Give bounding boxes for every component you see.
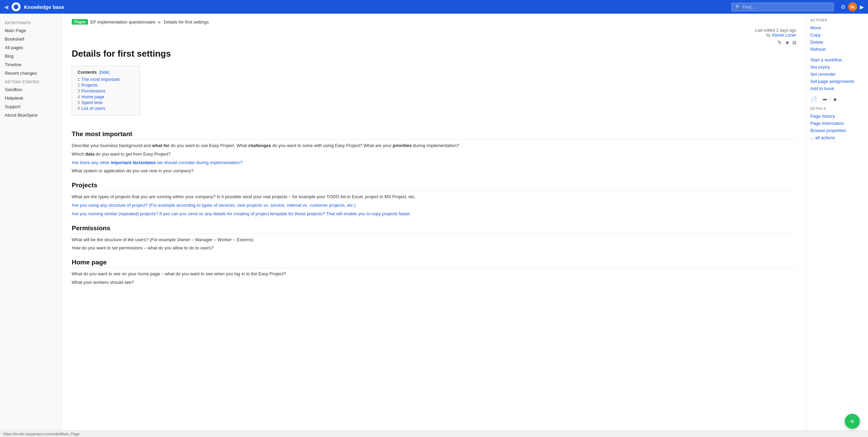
last-edited-label: Last edited 2 days ago: [755, 28, 796, 33]
contents-hide[interactable]: [hide]: [99, 70, 109, 75]
app-title: Knowledge base: [24, 4, 728, 10]
dropdown-icon[interactable]: ▼: [785, 40, 790, 46]
detail-page-information[interactable]: Page information: [810, 120, 865, 127]
list-item: 3Permissions: [78, 88, 134, 93]
nav-arrows: ◀: [4, 4, 8, 10]
sidebar-item-support[interactable]: Support: [0, 102, 61, 111]
list-item: 1The most important: [78, 77, 134, 82]
statusbar: https://es-kb.easyproject.com/wiki/Main_…: [0, 430, 868, 437]
action-set-reminder[interactable]: Set reminder: [810, 71, 865, 78]
content-para: What system or application do you use no…: [72, 167, 796, 175]
list-item: 5Spent time: [78, 100, 134, 105]
edit-icon[interactable]: ✎: [778, 40, 782, 46]
main-content: Pages EP implementation questionnaire ► …: [61, 14, 807, 437]
sidebar-item-sandbox[interactable]: Sandbox: [0, 85, 61, 94]
layout: ENTRYPOINTS Main Page Bookshelf All page…: [0, 14, 868, 437]
page-title: Details for first settings: [72, 48, 796, 59]
breadcrumb: Pages EP implementation questionnaire ► …: [72, 19, 796, 25]
sidebar-item-main-page[interactable]: Main Page: [0, 26, 61, 35]
detail-page-history[interactable]: Page history: [810, 113, 865, 120]
content-para: Describe your business background and wh…: [72, 142, 796, 149]
detail-browse-properties[interactable]: Browse properties: [810, 127, 865, 134]
content-para: Which data do you want to get from Easy …: [72, 151, 796, 158]
star-icon[interactable]: ★: [832, 96, 837, 103]
section-title-projects: Projects: [72, 181, 796, 191]
pages-badge[interactable]: Pages: [72, 19, 88, 25]
sidebar-item-timeline[interactable]: Timeline: [0, 60, 61, 69]
sidebar-item-helpdesk[interactable]: Helpdesk: [0, 94, 61, 102]
contents-box: Contents [hide] 1The most important 2Pro…: [72, 66, 140, 115]
by-label: by: [766, 33, 771, 38]
page-actions-icons: ✎ ▼ ⧉: [755, 40, 796, 46]
section-label-entrypoints: ENTRYPOINTS: [0, 18, 61, 26]
detail-all-actions[interactable]: ... all actions: [810, 134, 865, 141]
search-input[interactable]: [743, 4, 830, 10]
details-title: DETAILS: [810, 107, 865, 111]
action-set-page-assignments[interactable]: Set page assignments: [810, 78, 865, 85]
search-bar[interactable]: 🔍: [731, 3, 834, 11]
page-header-row: Last edited 2 days ago by Slavek Lizner …: [72, 28, 796, 46]
logo[interactable]: [12, 2, 20, 11]
content-para: Are you using any structure of project? …: [72, 202, 796, 209]
content-para: What are the types of projects that you …: [72, 193, 796, 201]
status-url: https://es-kb.easyproject.com/wiki/Main_…: [3, 432, 80, 436]
action-copy[interactable]: Copy: [810, 31, 865, 39]
search-icon: 🔍: [735, 4, 741, 10]
contents-list: 1The most important 2Projects 3Permissio…: [78, 77, 134, 111]
left-sidebar: ENTRYPOINTS Main Page Bookshelf All page…: [0, 14, 61, 437]
right-sidebar: ACTIONS Move Copy Delete Refresh Start a…: [807, 14, 868, 437]
sidebar-item-about-bluespice[interactable]: About BlueSpice: [0, 111, 61, 119]
editor-name[interactable]: Slavek Lizner: [772, 33, 796, 38]
nav-forward-arrow[interactable]: ▶: [860, 4, 864, 10]
sidebar-item-bookshelf[interactable]: Bookshelf: [0, 35, 61, 43]
content-para: What will be the structure of the users?…: [72, 236, 796, 244]
list-item: 2Projects: [78, 83, 134, 88]
section-title-home-page: Home page: [72, 259, 796, 268]
action-refresh[interactable]: Refresh: [810, 46, 865, 53]
fab-button[interactable]: +: [845, 414, 860, 429]
expand-icon[interactable]: ⧉: [793, 40, 796, 46]
actions-title: ACTIONS: [810, 18, 865, 22]
right-icons-row: 📄 ➦ ★: [810, 96, 865, 103]
avatar[interactable]: SL: [848, 2, 857, 11]
action-delete[interactable]: Delete: [810, 39, 865, 46]
section-label-getting-started: GETTING STARTED: [0, 77, 61, 85]
content-para: What do you want to see on your home pag…: [72, 271, 796, 278]
action-add-to-book[interactable]: Add to book: [810, 85, 865, 92]
share-icon[interactable]: ➦: [823, 96, 827, 103]
nav-back-arrow[interactable]: ◀: [4, 4, 8, 10]
edit-info: Last edited 2 days ago by Slavek Lizner: [755, 28, 796, 38]
topbar-icons: ⚙ SL ▶: [841, 2, 864, 11]
content-para: How do you want to set permissions – wha…: [72, 245, 796, 252]
content-para: Are you running similar (repeated) proje…: [72, 210, 796, 218]
settings-icon[interactable]: ⚙: [841, 4, 845, 10]
edit-info-area: Last edited 2 days ago by Slavek Lizner …: [755, 28, 796, 46]
breadcrumb-separator: ►: [157, 19, 162, 25]
section-title-most-important: The most important: [72, 130, 796, 140]
breadcrumb-current: Details for first settings: [164, 19, 209, 25]
topbar: ◀ Knowledge base 🔍 ⚙ SL ▶: [0, 0, 868, 14]
content-para: What your workers should see?: [72, 279, 796, 286]
content-para: Are there any other important facts/date…: [72, 159, 796, 166]
section-title-permissions: Permissions: [72, 224, 796, 234]
list-item: 6List of users: [78, 106, 134, 111]
action-set-expiry[interactable]: Set expiry: [810, 63, 865, 71]
contents-title: Contents [hide]: [78, 70, 134, 75]
breadcrumb-parent[interactable]: EP implementation questionnaire: [90, 19, 155, 25]
file-icon[interactable]: 📄: [810, 96, 817, 103]
list-item: 4Home page: [78, 94, 134, 99]
sidebar-item-recent-changes[interactable]: Recent changes: [0, 69, 61, 77]
sidebar-item-blog[interactable]: Blog: [0, 52, 61, 60]
action-start-workflow[interactable]: Start a workflow: [810, 56, 865, 63]
sidebar-item-all-pages[interactable]: All pages: [0, 43, 61, 52]
action-move[interactable]: Move: [810, 24, 865, 31]
